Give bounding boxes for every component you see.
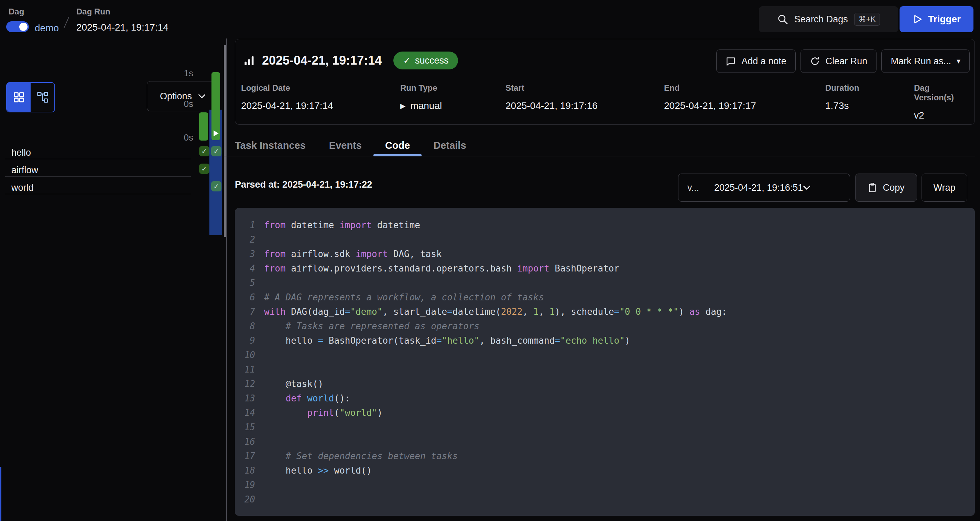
line-number: 16 <box>236 437 255 447</box>
meta-label: Dag Version(s) <box>914 83 969 102</box>
search-icon <box>777 14 788 25</box>
line-number: 19 <box>236 480 255 490</box>
meta-label: Logical Date <box>241 83 400 93</box>
search-dags-button[interactable]: Search Dags ⌘+K <box>759 6 898 32</box>
note-icon <box>725 56 736 66</box>
copy-button[interactable]: Copy <box>855 173 917 202</box>
tab-code[interactable]: Code <box>374 137 422 156</box>
version-prefix: v... <box>687 183 699 193</box>
meta-value: 2025-04-21, 19:17:14 <box>241 100 400 111</box>
line-number: 2 <box>236 234 255 245</box>
graph-view-button[interactable] <box>30 83 54 112</box>
line-number: 17 <box>236 451 255 461</box>
grid-icon <box>13 91 25 103</box>
play-icon: ▶ <box>400 102 406 110</box>
manual-run-play-icon <box>213 130 219 137</box>
bar-chart-icon <box>243 55 255 66</box>
chevron-down-icon <box>803 185 810 190</box>
line-number: 9 <box>236 335 255 346</box>
panel-edge-indicator <box>0 467 2 521</box>
dag-pause-toggle[interactable] <box>6 21 29 32</box>
meta-start: Start2025-04-21, 19:17:16 <box>506 83 664 121</box>
code-line-6: 6# A DAG represents a workflow, a collec… <box>235 290 975 305</box>
meta-end: End2025-04-21, 19:17:17 <box>664 83 825 121</box>
line-number: 11 <box>236 364 255 375</box>
code-line-17: 17 # Set dependencies between tasks <box>235 449 975 463</box>
meta-label: Run Type <box>400 83 506 93</box>
chevron-down-icon <box>198 94 206 98</box>
meta-duration: Duration1.73s <box>825 83 914 121</box>
line-number: 10 <box>236 350 255 360</box>
run-title: 2025-04-21, 19:17:14 <box>262 53 382 68</box>
meta-value: ▶manual <box>400 100 506 111</box>
line-number: 4 <box>236 263 255 273</box>
search-label: Search Dags <box>794 14 848 25</box>
dag-version-select[interactable]: v... 2025-04-21, 19:16:51 <box>678 173 850 202</box>
line-number: 1 <box>236 220 255 230</box>
task-status-world-selected[interactable]: ✓ <box>211 181 221 191</box>
task-status-airflow-prev[interactable]: ✓ <box>199 164 209 174</box>
grid-view-button[interactable] <box>7 83 30 112</box>
line-number: 15 <box>236 422 255 432</box>
code-line-12: 12 @task() <box>235 376 975 391</box>
app-root: Dag demo Dag Run 2025-04-21, 19:17:14 Se… <box>0 0 980 521</box>
axis-tick: 0s <box>172 132 193 143</box>
wrap-button[interactable]: Wrap <box>921 173 967 202</box>
trigger-button[interactable]: Trigger <box>899 6 974 32</box>
dag-name-link[interactable]: demo <box>35 23 59 34</box>
code-line-2: 2 <box>235 232 975 247</box>
line-number: 3 <box>236 249 255 259</box>
mark-run-as-button[interactable]: Mark Run as... ▾ <box>881 49 970 73</box>
dag-run-breadcrumb-value: 2025-04-21, 19:17:14 <box>76 22 169 33</box>
check-icon: ✓ <box>403 55 411 66</box>
code-line-16: 16 <box>235 434 975 449</box>
tabs: Task InstancesEventsCodeDetails <box>223 137 975 156</box>
code-line-20: 20 <box>235 492 975 507</box>
meta-logical-date: Logical Date2025-04-21, 19:17:14 <box>241 83 400 121</box>
run-status-label: success <box>415 55 449 66</box>
task-item-airflow[interactable]: airflow <box>11 165 38 176</box>
add-note-button[interactable]: Add a note <box>716 49 796 73</box>
line-number: 6 <box>236 292 255 302</box>
meta-value: 2025-04-21, 19:17:16 <box>506 100 664 111</box>
code-line-19: 19 <box>235 478 975 492</box>
toggle-knob <box>19 23 27 31</box>
clear-run-button[interactable]: Clear Run <box>800 49 877 73</box>
selected-run-duration-bar[interactable] <box>212 72 220 140</box>
line-number: 5 <box>236 278 255 288</box>
tab-details[interactable]: Details <box>422 137 477 156</box>
topbar: Dag demo Dag Run 2025-04-21, 19:17:14 Se… <box>0 0 980 38</box>
line-number: 13 <box>236 393 255 403</box>
run-detail-panel: 2025-04-21, 19:17:14 ✓ success Add a not… <box>227 38 980 521</box>
meta-label: Duration <box>825 83 914 93</box>
dag-run-breadcrumb-label: Dag Run <box>76 7 110 16</box>
code-line-11: 11 <box>235 362 975 376</box>
code-line-3: 3from airflow.sdk import DAG, task <box>235 247 975 261</box>
meta-run-type: Run Type▶manual <box>400 83 506 121</box>
run-meta: Logical Date2025-04-21, 19:17:14Run Type… <box>241 83 969 121</box>
meta-value: 1.73s <box>825 100 914 111</box>
line-number: 18 <box>236 465 255 476</box>
caret-down-icon: ▾ <box>957 57 960 66</box>
clipboard-icon <box>867 183 877 193</box>
tab-task-instances[interactable]: Task Instances <box>223 137 317 156</box>
code-line-4: 4from airflow.providers.standard.operato… <box>235 261 975 276</box>
version-value: 2025-04-21, 19:16:51 <box>714 183 803 193</box>
task-status-hello-selected[interactable]: ✓ <box>211 146 221 156</box>
task-status-hello-prev[interactable]: ✓ <box>199 146 209 156</box>
task-item-world[interactable]: world <box>11 183 34 193</box>
refresh-icon <box>810 56 820 66</box>
meta-value: v2 <box>914 110 969 121</box>
line-number: 7 <box>236 307 255 317</box>
code-line-15: 15 <box>235 420 975 434</box>
search-shortcut-kbd: ⌘+K <box>854 13 880 26</box>
view-mode-toggle <box>6 82 55 113</box>
code-line-10: 10 <box>235 348 975 362</box>
code-line-5: 5 <box>235 276 975 290</box>
grid-panel: Options 1s0s0s helloairflowworld ✓✓✓✓ <box>0 38 226 521</box>
tab-events[interactable]: Events <box>317 137 374 156</box>
previous-run-duration-bar[interactable] <box>199 113 208 141</box>
code-line-8: 8 # Tasks are represented as operators <box>235 319 975 334</box>
task-item-hello[interactable]: hello <box>11 148 31 158</box>
code-line-14: 14 print("world") <box>235 405 975 420</box>
